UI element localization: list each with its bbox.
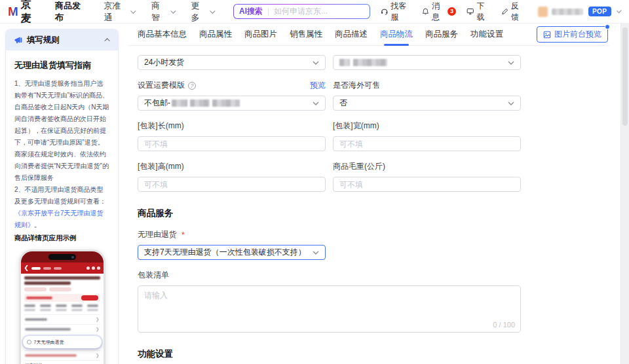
fill-rules-sidebar: 填写规则 无理由退货填写指南 1、无理由退货服务指当用户选购带有“N天无理由”标… <box>5 29 119 364</box>
packing-list-textarea[interactable] <box>138 285 521 333</box>
pkg-height-input[interactable] <box>144 180 319 189</box>
chevron-down-icon <box>508 101 514 105</box>
headset-icon <box>381 7 389 16</box>
return-rules-link[interactable]: 《京东开放平台7天无理由退货规则》 <box>14 209 104 228</box>
guide-paragraph-1: 1、无理由退货服务指当用户选购带有“N天无理由”标识的商品、自商品签收之日起N天… <box>14 78 109 184</box>
chevron-down-icon[interactable] <box>617 8 622 13</box>
product-tabs: 商品基本信息 商品属性 商品图片 销售属性 商品描述 商品物流 商品服务 功能设… <box>128 24 609 46</box>
chevron-down-icon <box>131 8 136 13</box>
phone-navbar: ❮ <box>21 263 104 274</box>
weight-label: 商品毛重(公斤) <box>333 161 521 172</box>
phone-tab <box>43 267 51 270</box>
bell-icon <box>422 7 429 16</box>
phone-notch <box>48 254 76 260</box>
tab-logistics[interactable]: 商品物流 <box>380 24 413 46</box>
download-button[interactable]: 下载 <box>467 1 491 23</box>
collapse-chevron-up-icon[interactable] <box>104 38 109 43</box>
pkg-height-label: [包装]高(mm) <box>138 161 326 172</box>
feedback-button[interactable]: 反馈 <box>501 1 525 23</box>
support-button[interactable]: 找客服 <box>381 1 411 23</box>
spec-table-blur <box>24 304 100 311</box>
messages-badge: 3 <box>448 7 456 16</box>
megaphone-icon <box>14 36 23 45</box>
pkg-length-input-wrap <box>138 136 326 151</box>
redacted-value <box>339 59 350 66</box>
pkg-width-label: [包装]宽(mm) <box>333 120 521 132</box>
help-question-icon[interactable]: ? <box>188 82 196 90</box>
back-arrow-icon: ❮ <box>24 265 29 271</box>
redacted-value <box>172 100 187 107</box>
ai-search-placeholder: 如何申请京东... <box>269 6 333 17</box>
pkg-width-input-wrap <box>333 136 521 151</box>
service-section-heading: 商品服务 <box>138 208 521 219</box>
redacted-value <box>353 59 387 66</box>
pkg-length-label: [包装]长(mm) <box>138 120 326 132</box>
packing-list-label: 包装清单 <box>138 270 521 281</box>
notification-dot <box>605 24 610 29</box>
pkg-height-input-wrap <box>138 177 326 192</box>
ai-search-button[interactable]: AI搜索 <box>234 6 268 17</box>
nav-item-product-publish[interactable]: 商品发布 <box>55 0 86 24</box>
delivery-time-select[interactable]: 24小时发货 <box>138 55 326 70</box>
freight-template-select[interactable]: 不包邮- <box>138 96 326 111</box>
phone-tab <box>31 267 41 270</box>
tab-function-settings[interactable]: 功能设置 <box>470 24 503 46</box>
tab-attributes[interactable]: 商品属性 <box>199 24 232 46</box>
freight-template-label: 设置运费模版 ? <box>138 80 196 91</box>
phone-camera-dot <box>71 256 74 259</box>
product-title-blur <box>24 282 71 285</box>
phone-row-blur: ❯ <box>24 350 100 360</box>
pkg-width-input[interactable] <box>339 139 514 149</box>
tab-basic-info[interactable]: 商品基本信息 <box>138 24 187 46</box>
overseas-label: 是否海外可售 <box>333 80 521 91</box>
weight-input-wrap <box>333 177 521 192</box>
jingmai-logo[interactable]: M 京麦 <box>8 0 41 26</box>
image-icon <box>543 31 551 39</box>
phone-nav-icons <box>86 266 100 270</box>
phone-row-blur: ❯ <box>24 314 100 324</box>
nav-item-jingzhuntong[interactable]: 京准通 <box>104 0 135 24</box>
tab-description[interactable]: 商品描述 <box>335 24 368 46</box>
guide-title: 无理由退货填写指南 <box>14 60 109 71</box>
weight-input[interactable] <box>339 180 514 189</box>
sidebar-header[interactable]: 填写规则 <box>6 29 118 50</box>
chevron-down-icon <box>170 8 176 13</box>
messages-button[interactable]: 消息 3 <box>422 1 456 23</box>
pop-badge: POP <box>588 7 611 16</box>
phone-row-blur: ❯ <box>24 324 100 334</box>
nav-item-shangzhi[interactable]: 商智 <box>151 0 174 24</box>
pencil-icon <box>501 7 508 16</box>
logo-text: 京麦 <box>21 0 41 26</box>
overseas-select[interactable]: 否 <box>333 96 521 111</box>
phone-statusbar <box>21 251 104 263</box>
phone-highlight-pill: 7天无理由退货 <box>23 336 102 348</box>
tab-sales-attrs[interactable]: 销售属性 <box>290 24 322 46</box>
chevron-down-icon <box>210 8 215 13</box>
gift-banner-blur <box>24 294 100 302</box>
no-reason-return-label: 无理由退货 * <box>138 229 521 240</box>
freight-preview-link[interactable]: 预览 <box>310 80 326 91</box>
main-content: 商品基本信息 商品属性 商品图片 销售属性 商品描述 商品物流 商品服务 功能设… <box>128 24 609 364</box>
product-title-blur <box>24 276 100 280</box>
no-reason-return-select[interactable]: 支持7天无理由退货（一次性包装破损不支持） <box>138 245 326 260</box>
sidebar-title: 填写规则 <box>27 35 102 46</box>
example-caption: 商品详情页应用示例 <box>14 234 109 243</box>
image-preview-button[interactable]: 图片前台预览 <box>537 26 608 43</box>
redacted-value <box>212 100 240 107</box>
top-navbar: M 京麦 商品发布 京准通 商智 更多 AI搜索 如何申请京东... 找客服 消… <box>0 0 629 24</box>
user-avatar[interactable] <box>538 7 547 17</box>
scrollbar-track[interactable] <box>620 24 629 364</box>
tab-images[interactable]: 商品图片 <box>244 24 277 46</box>
user-name-redacted <box>552 9 583 15</box>
pkg-length-input[interactable] <box>144 139 319 149</box>
tab-services[interactable]: 商品服务 <box>425 24 458 46</box>
redacted-select[interactable] <box>333 55 521 70</box>
ai-search-box[interactable]: AI搜索 如何申请京东... <box>233 4 370 19</box>
phone-mockup-image: ❮ ❯ ❯ <box>19 249 105 364</box>
product-tags-blur <box>24 287 100 291</box>
scrollbar-thumb[interactable] <box>622 27 628 126</box>
nav-item-more[interactable]: 更多 <box>191 0 214 24</box>
logo-m-icon: M <box>8 5 18 18</box>
phone-reviews-row: 买家评价 2000+ ❯ <box>24 360 100 364</box>
chevron-down-icon <box>313 101 319 105</box>
